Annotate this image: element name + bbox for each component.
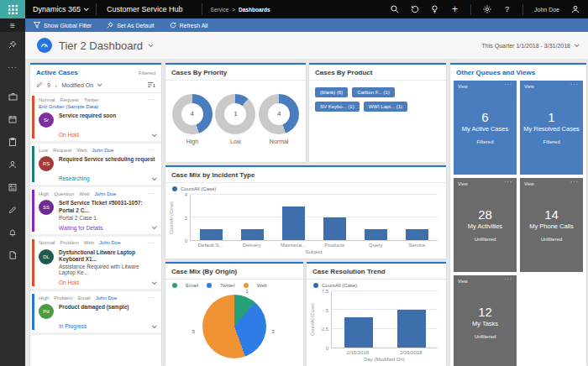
case-owner-link[interactable]: John Doe [99, 240, 121, 245]
case-owner-link[interactable]: John Doe [95, 191, 117, 196]
bell-icon[interactable] [0, 222, 25, 243]
calendar-icon[interactable] [0, 109, 25, 129]
breadcrumb-page[interactable]: Dashboards [239, 7, 270, 13]
customer-link[interactable]: Eric Gruber (Sample Data) [39, 104, 155, 109]
sort-options-icon[interactable] [147, 81, 155, 88]
product-tag-chip[interactable]: SV Keybo... (1) [315, 102, 360, 112]
tile-more-icon[interactable]: ··· [570, 81, 579, 87]
recent-items-icon[interactable] [410, 5, 419, 14]
app-name[interactable]: Customer Service Hub [96, 3, 193, 15]
expand-card-icon[interactable] [152, 280, 157, 285]
breadcrumb-section[interactable]: Service [211, 7, 229, 13]
time-period-selector[interactable]: This Quarter 1/1/2018 - 3/31/2018 [482, 43, 578, 49]
card-more-icon[interactable]: ··· [147, 147, 155, 153]
case-card[interactable]: Normal Problem Web John Doe ··· DL Dysfu… [30, 237, 161, 292]
bar-Default S...[interactable] [200, 229, 223, 241]
bar-Query[interactable] [365, 229, 387, 241]
sort-descending-icon[interactable]: ↓ [55, 82, 58, 88]
bar-Service[interactable] [406, 229, 428, 241]
bar-Maintena...[interactable] [282, 207, 305, 241]
case-title[interactable]: Self Service Ticket #50031-1057: Portal … [59, 200, 155, 215]
tile-more-icon[interactable]: ··· [570, 179, 579, 185]
card-more-icon[interactable]: ··· [147, 295, 155, 301]
expand-card-icon[interactable] [152, 323, 157, 328]
bar-Products[interactable] [323, 217, 346, 240]
case-owner-link[interactable]: John Doe [92, 148, 114, 153]
avatar[interactable]: RS [39, 156, 54, 171]
case-owner-link[interactable]: John Doe [96, 295, 118, 301]
file-icon[interactable] [0, 245, 25, 265]
bar-2/15/2018[interactable] [344, 317, 373, 348]
command-bar: Show Global Filter Set As Default Refres… [25, 18, 588, 32]
tile-more-icon[interactable]: ··· [504, 179, 512, 185]
expand-card-icon[interactable] [152, 224, 157, 229]
expand-card-icon[interactable] [152, 132, 157, 137]
show-global-filter-button[interactable]: Show Global Filter [34, 22, 92, 29]
lightbulb-icon[interactable] [430, 5, 439, 14]
waffle-menu-button[interactable] [0, 0, 25, 18]
pie-graphic[interactable] [202, 295, 266, 358]
avatar[interactable]: DL [39, 249, 54, 264]
case-status: Waiting for Details [59, 225, 103, 231]
avatar[interactable]: SS [39, 200, 54, 215]
sort-field[interactable]: Modified On [61, 82, 93, 88]
avatar[interactable]: Sr [39, 112, 54, 128]
add-icon[interactable]: + [450, 5, 459, 14]
origin-pie-chart: 135 [165, 290, 303, 363]
case-title[interactable]: Product damaged (sample) [59, 304, 129, 311]
product-tag-chip[interactable]: Carbon F... (1) [352, 87, 394, 97]
dashboard-selector[interactable]: Tier 2 Dashboard [59, 39, 152, 52]
product-tag-chip[interactable]: WWI Lapt... (1) [364, 102, 407, 112]
bar-2/26/2018[interactable] [397, 310, 426, 348]
settings-gear-icon[interactable] [482, 5, 491, 14]
expand-card-icon[interactable] [152, 175, 157, 180]
x-tick-label: Maintena... [272, 241, 313, 249]
briefcase-icon[interactable] [0, 86, 25, 107]
pencil-icon[interactable] [0, 200, 25, 220]
person-icon[interactable] [570, 5, 580, 14]
donut-normal[interactable]: 4 Normal [259, 94, 299, 144]
product-tag-chip[interactable]: (blank) (6) [315, 87, 348, 97]
tile-more-icon[interactable]: ··· [504, 276, 512, 282]
person-icon[interactable] [0, 154, 25, 175]
case-status: On Hold [59, 280, 79, 285]
y-axis-label: CountAll (Case) [310, 291, 318, 348]
bar-Delivery[interactable] [241, 229, 264, 241]
badge-icon[interactable] [0, 177, 25, 197]
case-title[interactable]: Dysfunctional Litware Laptop Keyboard X1… [59, 249, 155, 264]
pin-icon[interactable] [0, 34, 25, 55]
set-as-default-button[interactable]: Set As Default [107, 22, 154, 29]
case-title[interactable]: Service required soon [59, 112, 116, 120]
donut-high[interactable]: 4 High [172, 94, 213, 144]
hamburger-menu-icon[interactable]: ≡ [0, 18, 25, 32]
help-icon[interactable]: ? [502, 5, 512, 14]
tile-my-tasks[interactable]: View ··· 12 My Tasks Unfiltered [454, 275, 517, 366]
case-card[interactable]: High Question Web John Doe ··· SS Self S… [30, 187, 161, 237]
priority-donut-charts: 4 High 1 Low 4 Normal [165, 81, 306, 162]
pencil-icon[interactable] [36, 81, 43, 88]
tile-my-phone-calls[interactable]: View ··· 14 My Phone Calls Unfiltered [520, 178, 583, 272]
clipboard-icon[interactable] [0, 132, 25, 152]
user-name[interactable]: John Doe [534, 7, 559, 13]
donut-low[interactable]: 1 Low [215, 94, 255, 144]
ellipsis-icon[interactable]: ··· [0, 57, 25, 77]
case-tag: Web [84, 240, 94, 245]
avatar[interactable]: Pd [39, 304, 54, 319]
tile-my-activities[interactable]: View ··· 28 My Activities Unfiltered [454, 178, 517, 272]
tile-my-active-cases[interactable]: View ··· 6 My Active Cases Filtered [454, 81, 517, 175]
tile-more-icon[interactable]: ··· [504, 81, 512, 87]
card-more-icon[interactable]: ··· [147, 240, 155, 246]
case-title[interactable]: Required Service scheduling request [59, 156, 155, 164]
refresh-all-button[interactable]: Refresh All [170, 22, 208, 29]
case-card[interactable]: High Problem Email John Doe ··· Pd Produ… [30, 291, 161, 335]
case-card[interactable]: Low Request Web John Doe ··· RS Required… [30, 144, 161, 187]
search-icon[interactable] [390, 5, 399, 14]
tile-my-resolved-cases[interactable]: View ··· 1 My Resolved Cases Filtered [520, 81, 583, 175]
card-more-icon[interactable]: ··· [147, 191, 155, 196]
plot-area [190, 195, 438, 241]
donut-value: 4 [181, 103, 203, 125]
active-cases-title[interactable]: Active Cases [36, 69, 78, 76]
card-more-icon[interactable]: ··· [147, 97, 155, 102]
brand-switcher[interactable]: Dynamics 365 [33, 5, 87, 13]
case-card[interactable]: Normal Request Twitter ··· Eric Gruber (… [30, 93, 161, 144]
